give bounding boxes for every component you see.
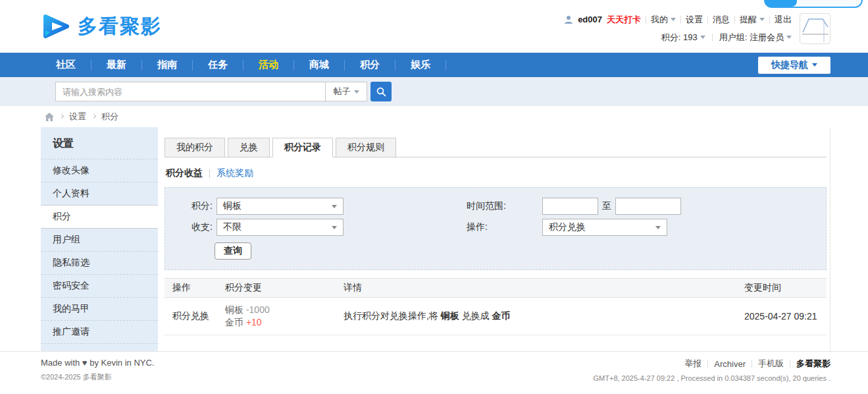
credit-filter: 积分: 铜板	[165, 198, 467, 215]
corner-popup-remnant	[764, 0, 863, 8]
nav-item-mall[interactable]: 商城	[294, 53, 344, 77]
divider	[680, 16, 681, 24]
breadcrumb-credits[interactable]: 积分	[101, 111, 118, 123]
credit-log-table: 操作 积分变更 详情 变更时间 积分兑换 铜板 -1000 金币 +10 执行积…	[165, 278, 827, 335]
menu-messages[interactable]: 消息	[713, 14, 730, 26]
user-lines: ed007 天天打卡 我的 设置 消息 提醒 退出 积分: 193 用户	[564, 13, 792, 43]
col-header-operation: 操作	[165, 282, 225, 294]
time-to-label: 至	[602, 200, 611, 212]
search-scope-select[interactable]: 帖子	[325, 82, 367, 101]
footer-link-mobile[interactable]: 手机版	[758, 358, 784, 370]
menu-logout[interactable]: 退出	[775, 14, 792, 26]
sidebar-item-credits[interactable]: 积分	[41, 205, 158, 229]
time-range-label: 时间范围:	[467, 200, 542, 212]
sidebar-item-privacy[interactable]: 隐私筛选	[41, 252, 158, 275]
subnav-system-reward[interactable]: 系统奖励	[217, 167, 253, 179]
main-nav: 社区 最新 指南 任务 活动 商城 积分 娱乐 快捷导航	[0, 53, 868, 77]
home-icon[interactable]	[45, 113, 54, 121]
checkin-badge[interactable]: 天天打卡	[607, 14, 641, 26]
breadcrumb: 设置 积分	[0, 106, 868, 127]
change-line-gold: 金币 +10	[225, 317, 262, 327]
tab-exchange[interactable]: 兑换	[228, 138, 270, 157]
income-filter: 收支: 不限	[165, 219, 467, 236]
nav-item-community[interactable]: 社区	[41, 53, 91, 77]
site-header: 多看聚影 ed007 天天打卡 我的 设置 消息	[0, 0, 868, 53]
filter-row-1: 积分: 铜板 时间范围: 至	[165, 198, 826, 215]
sidebar-item-password[interactable]: 密码安全	[41, 275, 158, 298]
nav-item-latest[interactable]: 最新	[91, 53, 141, 77]
sidebar-item-profile[interactable]: 个人资料	[41, 183, 158, 206]
income-type-select[interactable]: 不限	[217, 219, 344, 236]
footer-link-archiver[interactable]: Archiver	[714, 359, 746, 369]
time-from-input[interactable]	[542, 198, 598, 215]
col-header-detail: 详情	[344, 282, 744, 294]
cell-change: 铜板 -1000 金币 +10	[225, 304, 344, 329]
footer-meta: GMT+8, 2025-4-27 09:22 , Processed in 0.…	[594, 374, 830, 382]
search-box: 帖子	[55, 82, 392, 101]
operation-filter: 操作: 积分兑换	[467, 219, 667, 236]
credits-summary[interactable]: 积分: 193	[661, 32, 705, 43]
usergroup-summary[interactable]: 用户组: 注册会员	[719, 32, 792, 43]
divider	[707, 16, 708, 24]
quick-nav-button[interactable]: 快捷导航	[758, 57, 830, 74]
chevron-down-icon	[332, 226, 337, 229]
log-subnav: 积分收益 系统奖励	[166, 167, 827, 179]
content-panel: 我的积分 兑换 积分记录 积分规则 积分收益 系统奖励 积分: 铜板	[158, 127, 830, 351]
sidebar-item-avatar[interactable]: 修改头像	[41, 159, 158, 183]
footer-link-brand[interactable]: 多看聚影	[796, 358, 830, 370]
col-header-time: 变更时间	[744, 282, 827, 294]
chevron-down-icon	[786, 36, 792, 39]
divider	[707, 360, 708, 368]
breadcrumb-separator	[91, 114, 96, 119]
menu-notifications[interactable]: 提醒	[740, 14, 765, 26]
time-to-input[interactable]	[615, 198, 681, 215]
user-icon	[564, 15, 573, 24]
logo-text: 多看聚影	[78, 13, 162, 40]
nav-item-entertainment[interactable]: 娱乐	[396, 53, 446, 77]
subnav-income[interactable]: 积分收益	[166, 167, 203, 179]
chevron-down-icon	[812, 63, 817, 67]
tab-credit-log[interactable]: 积分记录	[272, 138, 333, 157]
sidebar-item-usergroup[interactable]: 用户组	[41, 229, 158, 252]
footer-left: Made with ♥ by Kevin in NYC. ©2024-2025 …	[41, 358, 154, 382]
operation-filter-label: 操作:	[467, 221, 542, 233]
menu-my[interactable]: 我的	[651, 14, 676, 26]
sidebar-item-alias[interactable]: 我的马甲	[41, 298, 158, 321]
nav-item-credits[interactable]: 积分	[345, 53, 395, 77]
chevron-down-icon	[354, 90, 359, 94]
nav-item-tasks[interactable]: 任务	[193, 53, 243, 77]
site-logo[interactable]: 多看聚影	[41, 11, 162, 42]
tab-my-credits[interactable]: 我的积分	[165, 138, 225, 157]
corner-popup-fill	[765, 0, 797, 7]
search-button[interactable]	[370, 82, 392, 101]
table-row: 积分兑换 铜板 -1000 金币 +10 执行积分对兑换操作,将 铜板 兑换成 …	[165, 298, 827, 335]
divider	[752, 360, 752, 368]
operation-select[interactable]: 积分兑换	[542, 219, 667, 236]
income-filter-label: 收支:	[191, 221, 217, 233]
page: 多看聚影 ed007 天天打卡 我的 设置 消息	[0, 0, 868, 394]
credit-type-select[interactable]: 铜板	[217, 198, 344, 215]
negative-amount: -1000	[246, 304, 270, 315]
table-header-row: 操作 积分变更 详情 变更时间	[165, 278, 827, 298]
nav-item-activity[interactable]: 活动	[243, 53, 294, 77]
search-input[interactable]	[55, 82, 325, 101]
nav-item-guide[interactable]: 指南	[142, 53, 192, 77]
credits-tabbar: 我的积分 兑换 积分记录 积分规则	[165, 138, 827, 157]
footer-link-report[interactable]: 举报	[684, 358, 702, 370]
footer-copyright: ©2024-2025 多看聚影	[41, 372, 154, 382]
cell-time: 2025-04-27 09:21	[744, 311, 827, 322]
nav-items: 社区 最新 指南 任务 活动 商城 积分 娱乐	[41, 53, 758, 77]
breadcrumb-settings[interactable]: 设置	[69, 111, 86, 123]
sidebar-title: 设置	[41, 127, 158, 159]
change-line-copper: 铜板 -1000	[225, 304, 270, 315]
tab-credit-rules[interactable]: 积分规则	[336, 138, 396, 157]
sidebar-item-invite[interactable]: 推广邀请	[41, 321, 158, 344]
username[interactable]: ed007	[578, 14, 602, 24]
query-button[interactable]: 查询	[215, 242, 251, 260]
thumbnail-sketch-icon	[801, 14, 830, 43]
user-stats-row: 积分: 193 用户组: 注册会员	[564, 32, 792, 43]
menu-settings[interactable]: 设置	[686, 14, 703, 26]
profile-thumbnail[interactable]	[800, 13, 830, 44]
settings-sidebar: 设置 修改头像 个人资料 积分 用户组 隐私筛选 密码安全 我的马甲 推广邀请	[41, 127, 158, 351]
divider	[734, 16, 735, 24]
